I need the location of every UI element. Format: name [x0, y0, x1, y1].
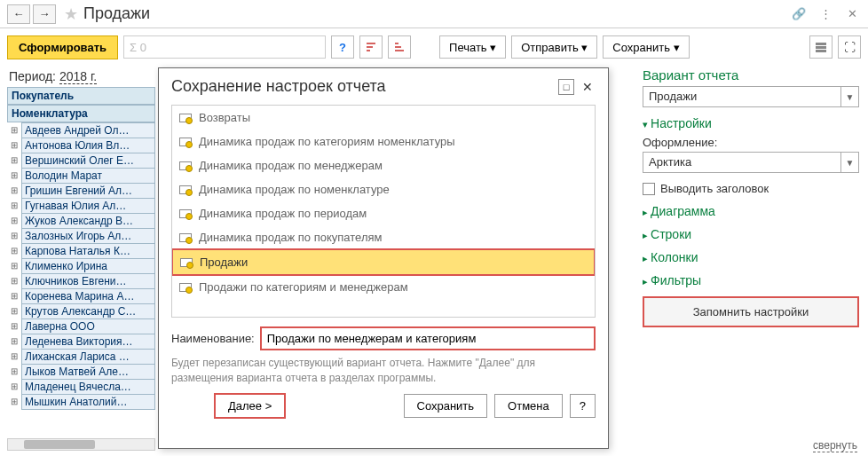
table-row[interactable]: ⊞Вершинский Олег Е…: [7, 153, 155, 168]
expand-icon[interactable]: ⊞: [7, 170, 21, 180]
buyer-cell: Лиханская Лариса …: [21, 349, 155, 365]
table-row[interactable]: ⊞Младенец Вячесла…: [7, 379, 155, 394]
expand-icon[interactable]: ⊞: [7, 306, 21, 316]
expand-icon[interactable]: ⊞: [7, 155, 21, 165]
print-button[interactable]: Печать ▾: [439, 35, 506, 59]
close-icon[interactable]: ✕: [843, 5, 861, 23]
expand-icon[interactable]: ⊞: [7, 140, 21, 150]
chevron-down-icon[interactable]: ▼: [840, 153, 858, 172]
buyer-cell: Авдеев Андрей Ол…: [21, 122, 155, 138]
expand-icon[interactable]: ⊞: [7, 397, 21, 406]
form-button[interactable]: Сформировать: [7, 35, 118, 59]
list-item-label: Динамика продаж по номенклатуре: [199, 183, 390, 196]
expand-icon[interactable]: ⊞: [7, 366, 21, 376]
expand-icon[interactable]: ⊞: [7, 200, 21, 210]
table-row[interactable]: ⊞Крутов Александр С…: [7, 303, 155, 318]
sort-asc-icon[interactable]: [359, 35, 383, 59]
save-button[interactable]: Сохранить ▾: [603, 35, 689, 59]
table-row[interactable]: ⊞Антонова Юлия Вл…: [7, 138, 155, 153]
variants-list[interactable]: ВозвратыДинамика продаж по категориям но…: [171, 105, 596, 318]
dialog-hint: Будет перезаписан существующий вариант о…: [171, 356, 596, 386]
dialog-save-button[interactable]: Сохранить: [404, 394, 488, 418]
show-title-checkbox[interactable]: [643, 183, 655, 195]
table-row[interactable]: ⊞Мышкин Анатолий…: [7, 394, 155, 409]
table-row[interactable]: ⊞Жуков Александр В…: [7, 213, 155, 228]
expand-icon[interactable]: ⊞: [7, 125, 21, 135]
buyer-cell: Лыков Матвей Але…: [21, 364, 155, 380]
name-input[interactable]: [260, 326, 596, 350]
collapse-link[interactable]: свернуть: [813, 439, 857, 452]
send-button[interactable]: Отправить ▾: [511, 35, 597, 59]
table-row[interactable]: ⊞Лиханская Лариса …: [7, 349, 155, 364]
table-row[interactable]: ⊞Клименко Ирина: [7, 258, 155, 273]
sort-desc-icon[interactable]: [388, 35, 411, 59]
variant-combo[interactable]: Продажи ▼: [643, 86, 859, 107]
hscrollbar[interactable]: [7, 438, 155, 451]
back-button[interactable]: ←: [7, 4, 30, 24]
expand-icon[interactable]: ⊞: [7, 246, 21, 256]
dialog-help-button[interactable]: ?: [570, 394, 596, 418]
buyer-cell: Гугнавая Юлия Ал…: [21, 198, 155, 214]
table-row[interactable]: ⊞Гришин Евгений Ал…: [7, 183, 155, 198]
table-row[interactable]: ⊞Карпова Наталья К…: [7, 243, 155, 258]
expand-icon[interactable]: ⊞: [7, 185, 21, 195]
list-item[interactable]: Динамика продаж по номенклатуре: [172, 177, 595, 201]
list-item-label: Продажи по категориям и менеджерам: [199, 280, 408, 294]
forward-button[interactable]: →: [33, 4, 56, 24]
table-row[interactable]: ⊞Гугнавая Юлия Ал…: [7, 198, 155, 213]
report-icon: [180, 257, 193, 268]
section-диаграмма[interactable]: Диаграмма: [643, 204, 859, 218]
filter-input[interactable]: Σ 0: [123, 35, 326, 59]
list-item[interactable]: Возвраты: [172, 106, 595, 130]
close-dialog-icon[interactable]: ✕: [580, 79, 596, 95]
expand-icon[interactable]: ⊞: [7, 276, 21, 286]
table-row[interactable]: ⊞Лаверна ООО: [7, 318, 155, 334]
section-строки[interactable]: Строки: [643, 227, 859, 241]
list-item[interactable]: Динамика продаж по менеджерам: [172, 153, 595, 177]
expand-icon[interactable]: ⊞: [7, 291, 21, 301]
table-row[interactable]: ⊞Ключников Евгени…: [7, 273, 155, 288]
expand-icon[interactable]: ⊞: [7, 216, 21, 225]
table-row[interactable]: ⊞Володин Марат: [7, 168, 155, 183]
remember-settings-button[interactable]: Запомнить настройки: [643, 296, 859, 327]
list-item[interactable]: Динамика продаж по покупателям: [172, 225, 595, 249]
list-item[interactable]: Продажи: [172, 248, 595, 276]
settings-icon[interactable]: [809, 35, 832, 59]
list-item-label: Продажи: [200, 256, 248, 269]
expand-icon[interactable]: ⊞: [7, 231, 21, 240]
chevron-down-icon[interactable]: ▼: [840, 87, 858, 106]
column-header: Покупатель: [7, 87, 155, 105]
expand-icon[interactable]: ⊞: [7, 381, 21, 391]
maximize-icon[interactable]: □: [558, 79, 574, 95]
next-button[interactable]: Далее >: [214, 393, 286, 419]
table-row[interactable]: ⊞Авдеев Андрей Ол…: [7, 122, 155, 138]
expand-icon[interactable]: ⊞: [7, 351, 21, 361]
design-combo[interactable]: Арктика ▼: [643, 152, 859, 173]
list-item[interactable]: Продажи по категориям и менеджерам: [172, 275, 595, 299]
list-item[interactable]: Динамика продаж по периодам: [172, 201, 595, 225]
expand-icon[interactable]: ⊞: [7, 261, 21, 271]
list-item-label: Динамика продаж по категориям номенклату…: [199, 135, 455, 148]
table-row[interactable]: ⊞Коренева Марина А…: [7, 288, 155, 303]
table-row[interactable]: ⊞Леденева Виктория…: [7, 334, 155, 349]
link-icon[interactable]: 🔗: [790, 5, 808, 23]
section-колонки[interactable]: Колонки: [643, 250, 859, 264]
section-фильтры[interactable]: Фильтры: [643, 273, 859, 287]
more-icon[interactable]: ⋮: [817, 5, 834, 23]
list-item[interactable]: Динамика продаж по категориям номенклату…: [172, 130, 595, 153]
dialog-cancel-button[interactable]: Отмена: [494, 394, 563, 418]
buyer-cell: Вершинский Олег Е…: [21, 153, 155, 169]
buyer-cell: Гришин Евгений Ал…: [21, 183, 155, 199]
help-icon[interactable]: ?: [331, 35, 354, 59]
buyer-cell: Ключников Евгени…: [21, 273, 155, 289]
period-link[interactable]: 2018 г.: [59, 69, 97, 84]
expand-icon[interactable]: ⊞: [7, 321, 21, 331]
table-row[interactable]: ⊞Лыков Матвей Але…: [7, 364, 155, 379]
settings-section[interactable]: Настройки: [643, 116, 859, 130]
table-row[interactable]: ⊞Залозных Игорь Ал…: [7, 228, 155, 243]
list-item-label: Динамика продаж по менеджерам: [199, 159, 383, 172]
star-icon[interactable]: ★: [64, 4, 78, 24]
fullscreen-icon[interactable]: ⛶: [838, 35, 861, 59]
buyer-cell: Антонова Юлия Вл…: [21, 138, 155, 153]
expand-icon[interactable]: ⊞: [7, 336, 21, 346]
